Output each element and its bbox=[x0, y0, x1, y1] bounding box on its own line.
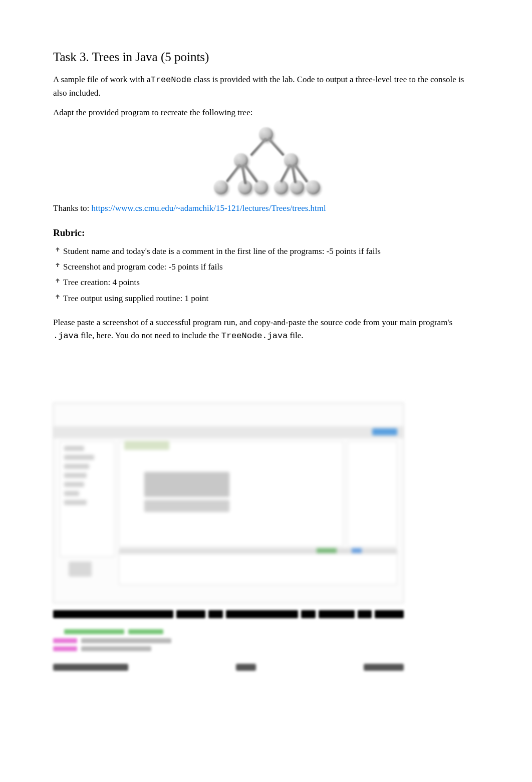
footer-mid bbox=[236, 664, 256, 671]
cp-line bbox=[53, 638, 77, 643]
p1-code: TreeNode bbox=[151, 75, 192, 85]
tree-node bbox=[214, 180, 228, 194]
tree-edge bbox=[225, 163, 241, 182]
black-seg bbox=[208, 610, 223, 618]
rubric-list: Student name and today's date is a comme… bbox=[53, 244, 479, 305]
ide-console-accent bbox=[317, 548, 337, 553]
tree-edge bbox=[250, 137, 267, 156]
black-seg bbox=[53, 610, 173, 618]
tree-edge bbox=[280, 164, 292, 183]
rubric-item: Student name and today's date is a comme… bbox=[53, 244, 479, 258]
ide-sidebar-item bbox=[64, 446, 84, 451]
rubric-heading: Rubric: bbox=[53, 227, 479, 238]
tree-node bbox=[306, 180, 320, 194]
black-bar bbox=[53, 610, 404, 618]
rubric-item: Tree creation: 4 points bbox=[53, 276, 479, 289]
footer-line bbox=[53, 664, 404, 671]
ide-tab bbox=[124, 441, 169, 450]
ide-code-block bbox=[144, 500, 229, 512]
ide-sidebar-item bbox=[64, 482, 84, 487]
ide-sidebar-item bbox=[64, 455, 94, 460]
tree-node bbox=[290, 180, 304, 194]
paste-pre: Please paste a screenshot of a successfu… bbox=[53, 318, 452, 327]
ide-titlebar-accent bbox=[372, 428, 397, 435]
tree-node bbox=[274, 180, 288, 194]
rubric-item: Screenshot and program code: -5 points i… bbox=[53, 260, 479, 274]
black-seg bbox=[176, 610, 205, 618]
code-preview bbox=[53, 627, 404, 655]
reference-link[interactable]: https://www.cs.cmu.edu/~adamchik/15-121/… bbox=[92, 203, 326, 213]
paragraph-paste: Please paste a screenshot of a successfu… bbox=[53, 316, 479, 343]
ide-console bbox=[119, 550, 397, 585]
paragraph-sample-file: A sample file of work with aTreeNode cla… bbox=[53, 73, 479, 100]
black-seg bbox=[375, 610, 404, 618]
black-seg bbox=[301, 610, 316, 618]
rubric-item: Tree output using supplied routine: 1 po… bbox=[53, 292, 479, 305]
ide-right-panel bbox=[347, 441, 397, 547]
ide-thumbnail bbox=[69, 562, 92, 577]
black-seg bbox=[358, 610, 372, 618]
paste-code2: TreeNode.java bbox=[221, 331, 288, 341]
ide-sidebar-item bbox=[64, 500, 87, 505]
paste-mid: file, here. You do not need to include t… bbox=[79, 331, 221, 340]
tree-diagram-wrapper bbox=[53, 125, 479, 200]
ide-sidebar-item bbox=[64, 473, 87, 478]
thanks-label: Thanks to: bbox=[53, 203, 92, 213]
paste-code1: .java bbox=[53, 331, 79, 341]
footer-left bbox=[53, 664, 128, 671]
ide-titlebar bbox=[54, 426, 403, 438]
cp-line bbox=[128, 629, 163, 634]
black-seg bbox=[319, 610, 355, 618]
ide-topbar bbox=[54, 413, 403, 421]
ide-code-block bbox=[144, 472, 229, 497]
ide-blur-content bbox=[54, 403, 403, 603]
tree-edge bbox=[268, 137, 285, 156]
cp-line bbox=[81, 646, 151, 651]
cp-line bbox=[53, 646, 77, 651]
ide-console-accent bbox=[352, 548, 362, 553]
black-seg bbox=[226, 610, 298, 618]
ide-sidebar bbox=[60, 441, 115, 557]
paste-post: file. bbox=[288, 331, 303, 340]
cp-line bbox=[64, 629, 124, 634]
footer-right bbox=[364, 664, 404, 671]
cp-line bbox=[81, 638, 171, 643]
ide-sidebar-item bbox=[64, 491, 79, 496]
ide-screenshot bbox=[53, 403, 404, 603]
tree-diagram bbox=[206, 125, 326, 200]
thanks-line: Thanks to: https://www.cs.cmu.edu/~adamc… bbox=[53, 203, 479, 213]
p1-pre: A sample file of work with a bbox=[53, 75, 151, 84]
task-heading: Task 3. Trees in Java (5 points) bbox=[53, 50, 479, 64]
ide-editor bbox=[119, 441, 343, 547]
ide-sidebar-item bbox=[64, 464, 89, 469]
paragraph-adapt: Adapt the provided program to recreate t… bbox=[53, 106, 479, 119]
